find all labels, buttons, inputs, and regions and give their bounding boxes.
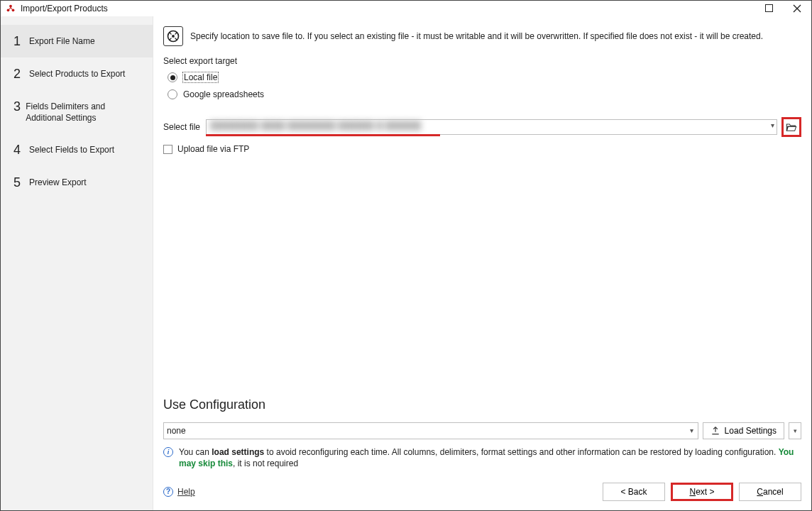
file-input-wrap: ████████ ████ ████████ ██████ █ ██████ █…	[206, 119, 777, 135]
step-number: 1	[13, 35, 29, 48]
chevron-down-icon: ▾	[690, 427, 693, 434]
radio-local-file[interactable]: Local file	[168, 70, 801, 84]
wizard-step-4[interactable]: 4 Select Fields to Export	[1, 133, 153, 166]
checkbox-label: Upload file via FTP	[177, 144, 249, 154]
content-inner: Specify location to save file to. If you…	[153, 16, 811, 388]
radio-google-spreadsheets[interactable]: Google spreadsheets	[168, 87, 801, 101]
help-icon: ?	[163, 487, 173, 497]
window-title: Import/Export Products	[21, 4, 108, 13]
maximize-button[interactable]	[755, 1, 783, 16]
titlebar: Import/Export Products	[1, 1, 811, 16]
dialog-footer: ? Help < Back Next > Cancel	[153, 479, 811, 510]
disk-icon	[163, 26, 183, 46]
help-link[interactable]: ? Help	[163, 487, 195, 497]
dialog-body: 1 Export File Name 2 Select Products to …	[1, 16, 811, 510]
folder-open-icon	[786, 122, 797, 132]
configuration-heading: Use Configuration	[163, 397, 801, 412]
step-number: 4	[13, 143, 29, 156]
wizard-sidebar: 1 Export File Name 2 Select Products to …	[1, 16, 153, 510]
select-file-label: Select file	[163, 122, 200, 132]
page-header: Specify location to save file to. If you…	[163, 26, 801, 46]
cancel-button[interactable]: Cancel	[739, 483, 801, 501]
help-label: Help	[177, 487, 195, 497]
configuration-selected-value: none	[167, 426, 186, 436]
footer-buttons: < Back Next > Cancel	[603, 483, 801, 501]
highlight-underline	[206, 134, 440, 136]
select-file-row: Select file ████████ ████ ████████ █████…	[163, 117, 801, 137]
app-icon	[5, 3, 16, 14]
load-settings-label: Load Settings	[725, 426, 777, 436]
info-text: You can load settings to avoid reconfigu…	[179, 446, 801, 469]
configuration-row: none ▾ Load Settings ▾	[163, 422, 801, 439]
page-description: Specify location to save file to. If you…	[190, 26, 763, 42]
radio-icon	[168, 72, 177, 82]
svg-rect-3	[765, 5, 772, 12]
info-icon: i	[163, 447, 173, 457]
checkbox-icon	[163, 145, 172, 154]
load-settings-dropdown[interactable]: ▾	[789, 422, 801, 439]
chevron-down-icon[interactable]: ▾	[771, 121, 774, 129]
upload-ftp-checkbox-row[interactable]: Upload file via FTP	[163, 144, 801, 154]
configuration-info: i You can load settings to avoid reconfi…	[163, 446, 801, 469]
next-button[interactable]: Next >	[671, 483, 733, 501]
dialog-window: Import/Export Products 1 Export File Nam…	[0, 0, 812, 511]
file-path-input[interactable]	[206, 119, 777, 135]
load-settings-button[interactable]: Load Settings	[703, 422, 784, 439]
wizard-step-2[interactable]: 2 Select Products to Export	[1, 57, 153, 90]
step-label: Fields Delimiters and Additional Setting…	[26, 100, 144, 123]
step-number: 3	[13, 100, 26, 113]
wizard-step-3[interactable]: 3 Fields Delimiters and Additional Setti…	[1, 90, 153, 133]
step-number: 2	[13, 67, 29, 80]
back-button[interactable]: < Back	[603, 483, 665, 501]
svg-point-5	[172, 35, 175, 38]
radio-label: Local file	[182, 72, 219, 83]
radio-label: Google spreadsheets	[182, 89, 265, 99]
wizard-step-1[interactable]: 1 Export File Name	[1, 25, 153, 57]
configuration-select[interactable]: none ▾	[163, 422, 698, 439]
configuration-section: Use Configuration none ▾ Load Settings ▾…	[153, 388, 811, 479]
close-button[interactable]	[783, 1, 811, 16]
step-number: 5	[13, 176, 29, 189]
window-controls	[755, 1, 811, 16]
step-label: Preview Export	[29, 176, 87, 188]
wizard-content: Specify location to save file to. If you…	[153, 16, 811, 510]
upload-icon	[710, 426, 720, 436]
radio-icon	[168, 89, 177, 99]
step-label: Select Products to Export	[29, 67, 125, 79]
step-label: Select Fields to Export	[29, 143, 114, 155]
browse-button[interactable]	[781, 117, 801, 137]
export-target-label: Select export target	[163, 56, 801, 66]
step-label: Export File Name	[29, 35, 95, 47]
wizard-step-5[interactable]: 5 Preview Export	[1, 166, 153, 199]
